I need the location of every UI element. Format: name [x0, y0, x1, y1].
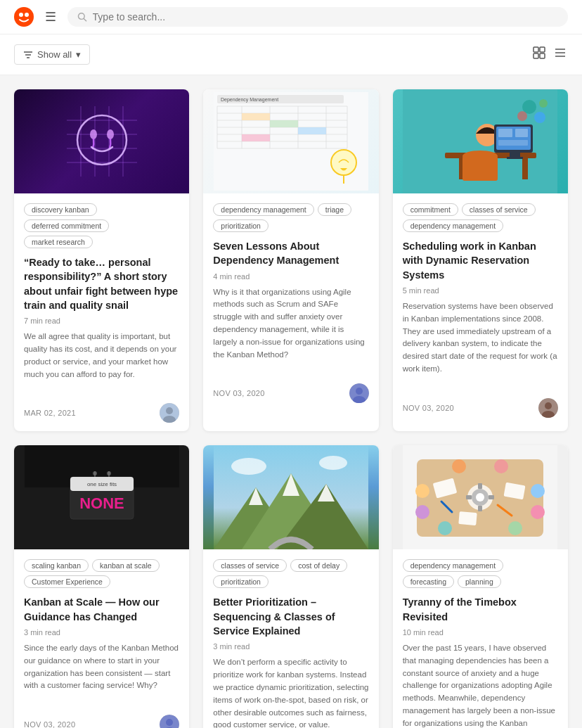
- card-5-body: classes of service cost of delay priorit…: [203, 549, 378, 728]
- tag[interactable]: planning: [458, 575, 501, 588]
- svg-point-23: [77, 115, 127, 165]
- tag[interactable]: kanban at scale: [92, 559, 160, 572]
- svg-rect-11: [540, 53, 545, 58]
- svg-rect-67: [498, 140, 528, 146]
- tag[interactable]: prioritization: [213, 219, 269, 232]
- svg-point-96: [319, 456, 347, 470]
- tag[interactable]: forecasting: [403, 575, 454, 588]
- svg-point-86: [166, 719, 173, 726]
- card-3-footer: NOV 03, 2020: [393, 391, 568, 426]
- tag[interactable]: commitment: [403, 203, 458, 216]
- header: ☰: [0, 0, 582, 34]
- cards-grid: discovery kanban deferred commitment mar…: [14, 89, 568, 728]
- tag[interactable]: dependency management: [213, 203, 313, 216]
- svg-point-95: [231, 458, 266, 475]
- svg-rect-47: [298, 127, 326, 134]
- card-5[interactable]: classes of service cost of delay priorit…: [203, 445, 378, 728]
- card-1-tags: discovery kanban deferred commitment mar…: [24, 203, 179, 248]
- svg-rect-45: [242, 113, 270, 120]
- search-icon: [77, 12, 87, 22]
- card-1-image: [14, 89, 189, 193]
- grid-icon: [533, 46, 545, 59]
- svg-point-108: [531, 484, 545, 498]
- svg-rect-46: [270, 120, 298, 127]
- card-3-description: Reservation systems have been observed i…: [403, 300, 558, 376]
- svg-point-104: [438, 521, 452, 535]
- tag[interactable]: market research: [24, 236, 93, 248]
- svg-point-25: [107, 129, 114, 139]
- svg-point-102: [452, 459, 466, 473]
- svg-point-109: [531, 505, 545, 519]
- card-6-body: dependency management forecasting planni…: [393, 549, 568, 728]
- card-3[interactable]: commitment classes of service dependency…: [393, 89, 568, 431]
- svg-rect-57: [522, 158, 528, 179]
- card-4-description: Since the early days of the Kanban Metho…: [24, 642, 179, 692]
- svg-point-103: [494, 459, 508, 473]
- card-5-image: [203, 445, 378, 549]
- card-5-title: Better Prioritization – Sequencing & Cla…: [213, 595, 368, 638]
- card-1-read-time: 7 min read: [24, 317, 179, 325]
- grid-view-button[interactable]: [531, 45, 547, 64]
- svg-rect-113: [478, 483, 482, 489]
- svg-rect-8: [534, 47, 538, 52]
- card-1-body: discovery kanban deferred commitment mar…: [14, 193, 189, 390]
- card-4-body: scaling kanban kanban at scale Customer …: [14, 549, 189, 702]
- svg-point-0: [14, 7, 34, 27]
- card-4-avatar: [160, 715, 179, 728]
- card-1-avatar: [160, 403, 179, 423]
- card-5-tags: classes of service cost of delay priorit…: [213, 559, 368, 588]
- card-4-tags: scaling kanban kanban at scale Customer …: [24, 559, 179, 588]
- card-2-description: Why is it that organizations using Agile…: [213, 286, 368, 362]
- card-2-tags: dependency management triage prioritizat…: [213, 203, 368, 232]
- tag[interactable]: triage: [318, 203, 351, 216]
- card-6[interactable]: dependency management forecasting planni…: [393, 445, 568, 728]
- card-6-description: Over the past 15 years, I have observed …: [403, 642, 558, 728]
- search-input[interactable]: [93, 11, 558, 23]
- card-6-tags: dependency management forecasting planni…: [403, 559, 558, 588]
- svg-point-69: [534, 112, 545, 123]
- card-2-body: dependency management triage prioritizat…: [203, 193, 378, 371]
- card-1[interactable]: discovery kanban deferred commitment mar…: [14, 89, 189, 431]
- card-4[interactable]: one size fits NONE scaling kanban kanban…: [14, 445, 189, 728]
- card-1-footer: MAR 02, 2021: [14, 396, 189, 431]
- svg-point-27: [166, 407, 173, 414]
- card-4-read-time: 3 min read: [24, 628, 179, 637]
- search-bar[interactable]: [67, 7, 568, 27]
- tag[interactable]: cost of delay: [290, 559, 347, 572]
- card-2[interactable]: Dependency Management: [203, 89, 378, 431]
- card-5-read-time: 3 min read: [213, 642, 368, 651]
- card-2-read-time: 4 min read: [213, 272, 368, 281]
- svg-rect-66: [515, 129, 528, 137]
- card-3-tags: commitment classes of service dependency…: [403, 203, 558, 232]
- tag[interactable]: classes of service: [462, 203, 536, 216]
- menu-icon[interactable]: ☰: [45, 9, 56, 25]
- svg-rect-9: [540, 47, 545, 52]
- svg-rect-115: [466, 495, 472, 499]
- tag[interactable]: deferred commitment: [24, 219, 109, 232]
- tag[interactable]: scaling kanban: [24, 559, 89, 572]
- card-2-avatar: [349, 383, 369, 403]
- svg-point-49: [331, 150, 356, 175]
- tag[interactable]: dependency management: [403, 219, 503, 232]
- svg-rect-64: [507, 157, 523, 159]
- svg-text:Dependency Management: Dependency Management: [221, 97, 278, 103]
- tag[interactable]: discovery kanban: [24, 203, 97, 216]
- filter-label: Show all: [37, 49, 72, 60]
- card-2-date: NOV 03, 2020: [213, 389, 264, 397]
- svg-rect-116: [489, 495, 494, 499]
- svg-point-73: [545, 402, 552, 409]
- svg-rect-114: [478, 506, 482, 511]
- filter-button[interactable]: Show all ▾: [14, 44, 90, 65]
- card-3-body: commitment classes of service dependency…: [393, 193, 568, 385]
- list-view-button[interactable]: [552, 45, 568, 64]
- svg-point-24: [90, 129, 97, 139]
- svg-rect-63: [510, 153, 520, 157]
- card-3-image: [393, 89, 568, 193]
- svg-point-105: [508, 521, 522, 535]
- tag[interactable]: dependency management: [403, 559, 503, 572]
- tag[interactable]: prioritization: [213, 575, 269, 588]
- svg-rect-10: [534, 53, 538, 58]
- tag[interactable]: classes of service: [213, 559, 287, 572]
- tag[interactable]: Customer Experience: [24, 575, 110, 588]
- card-3-title: Scheduling work in Kanban with Dynamic R…: [403, 239, 558, 282]
